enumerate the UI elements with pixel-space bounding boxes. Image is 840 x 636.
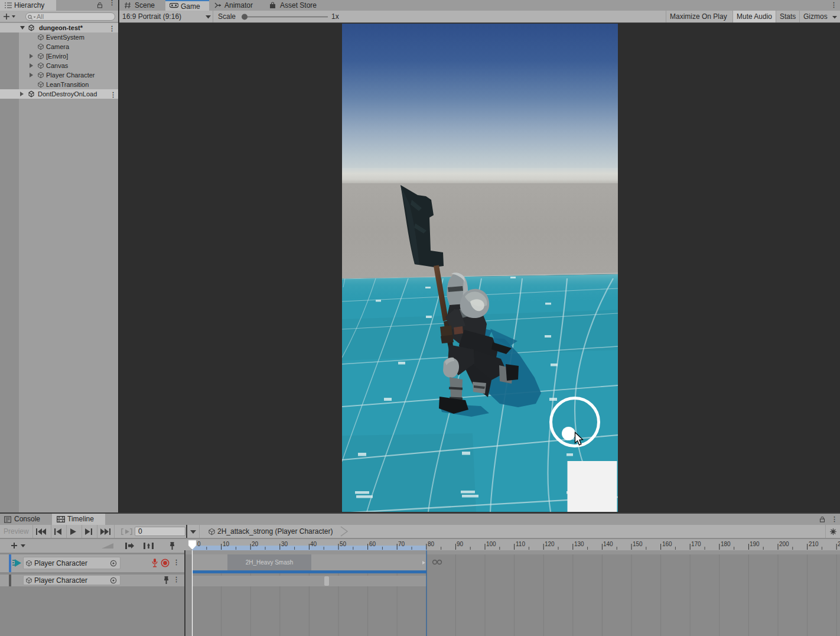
svg-text:50: 50: [340, 541, 347, 547]
svg-text:0: 0: [197, 541, 201, 547]
svg-text:60: 60: [369, 541, 376, 547]
svg-text:170: 170: [691, 541, 701, 547]
svg-text:40: 40: [310, 541, 317, 547]
svg-text:140: 140: [603, 541, 613, 547]
svg-text:200: 200: [779, 541, 789, 547]
svg-text:150: 150: [633, 541, 643, 547]
svg-text:130: 130: [574, 541, 584, 547]
svg-text:210: 210: [809, 541, 819, 547]
svg-text:110: 110: [516, 541, 525, 547]
svg-text:80: 80: [428, 541, 435, 547]
svg-text:160: 160: [662, 541, 672, 547]
svg-text:20: 20: [252, 541, 259, 547]
svg-text:190: 190: [750, 541, 760, 547]
svg-text:180: 180: [721, 541, 731, 547]
svg-text:90: 90: [457, 541, 464, 547]
svg-text:70: 70: [398, 541, 405, 547]
svg-text:100: 100: [486, 541, 496, 547]
svg-text:10: 10: [223, 541, 230, 547]
svg-text:30: 30: [281, 541, 288, 547]
svg-text:2H_Heavy Smash: 2H_Heavy Smash: [246, 559, 294, 566]
svg-text:2: 2: [838, 541, 840, 547]
svg-text:120: 120: [545, 541, 555, 547]
